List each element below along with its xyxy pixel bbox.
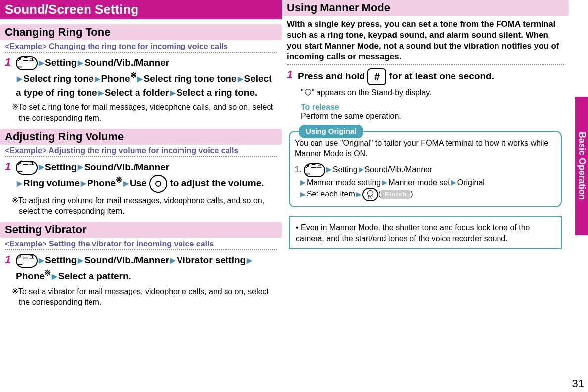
heading-ring-volume: Adjusting Ring Volume [0,129,282,145]
step-number: 1 [5,56,16,99]
txt: 1. [295,165,301,174]
txt: Select a ring tone. [177,87,258,98]
arrow-icon: ▶ [238,74,243,84]
txt: to adjust the volume. [170,178,264,188]
step-number: 1 [5,160,16,193]
txt: Sound/Vib./Manner [84,57,169,68]
arrow-icon: ▶ [170,88,176,98]
to-release-text: Perform the same operation. [301,112,564,121]
arrow-icon: ▶ [39,162,44,172]
txt: Sound/Vib./Manner [84,162,169,172]
txt: tone [217,73,236,84]
txt: Sound/Vib./Manner [365,165,433,174]
nav-circle-icon [149,175,167,193]
txt: Even in Manner Mode, the shutter tone an… [296,223,530,243]
heading-manner-mode: Using Manner Mode [282,0,569,16]
note-ring-volume: ※To adjust ring volume for mail messages… [19,196,277,217]
txt: for at least one second. [389,71,494,81]
step-body-ring-tone: メニュー▶Setting▶Sound/Vib./Manner ▶Select r… [16,56,277,99]
txt: Sound/Vib./Manner [84,255,169,265]
menu-icon: メニュー [304,163,325,177]
to-release-label: To release [301,103,564,112]
txt: Select a pattern. [58,271,131,281]
example-ring-volume: <Example> Adjusting the ring volume for … [5,147,277,155]
txt: Setting [45,162,77,172]
txt: Phone [16,271,45,281]
arrow-icon: ▶ [78,255,83,265]
arrow-icon: ▶ [170,255,176,265]
divider [5,156,277,157]
intro-manner-mode: With a single key press, you can set a t… [287,19,564,62]
heading-ring-tone: Changing Ring Tone [0,24,282,40]
section-title-sound-screen: Sound/Screen Setting [0,0,282,19]
side-tab-basic-operation: Basic Operation [575,97,588,235]
txt: Select ring tone [144,73,215,84]
example-ring-tone: <Example> Changing the ring tone for inc… [5,42,277,51]
example-vibrator: <Example> Setting the vibrator for incom… [5,240,277,248]
arrow-icon: ▶ [52,271,57,281]
arrow-icon: ▶ [98,88,104,98]
menu-icon: メニュー [16,56,38,70]
arrow-icon: ▶ [326,165,332,174]
txt: Phone [101,73,130,84]
standby-text: " " appears on the Stand-by display. [301,88,564,98]
arrow-icon: ▶ [17,178,22,188]
arrow-icon: ▶ [78,58,83,68]
heading-vibrator: Setting Vibrator [0,222,282,238]
finish-button: Finish [381,190,410,199]
txt: Use [130,178,147,188]
txt: Setting [333,165,358,174]
arrow-icon: ▶ [39,58,44,68]
note-ring-tone: ※To set a ring tone for mail messages, v… [19,102,277,123]
txt: " appears on the Stand-by display. [312,89,432,97]
arrow-icon: ▶ [451,178,456,187]
txt: Set each item [307,190,355,198]
txt: Select [105,87,133,98]
txt: Setting [45,255,77,265]
menu-icon: メニュー [16,254,38,268]
hash-key-icon: # [367,68,386,85]
txt: a folder [135,87,169,98]
arrow-icon: ▶ [137,74,143,84]
page-number: 31 [572,377,584,390]
arrow-icon: ▶ [95,74,100,84]
info-box: • Even in Manner Mode, the shutter tone … [289,216,562,249]
arrow-icon: ▶ [78,162,83,172]
step-body-manner: Press and hold # for at least one second… [298,68,494,85]
heart-icon [304,88,312,98]
txt: Press and hold [298,71,365,81]
txt: Phone [87,178,116,188]
arrow-icon: ▶ [247,255,252,265]
txt: Ring volume [23,178,80,188]
step-body-ring-volume: メニュー▶Setting▶Sound/Vib./Manner ▶Ring vol… [16,160,264,193]
arrow-icon: ▶ [300,178,306,187]
note-vibrator: ※To set a vibrator for mail messages, vi… [19,286,277,307]
divider [5,52,277,53]
txt: Vibrator setting [177,255,246,265]
arrow-icon: ▶ [300,190,306,199]
arrow-icon: ▶ [356,190,362,199]
step-number: 1 [5,253,16,283]
arrow-icon: ▶ [123,178,129,188]
using-original-box: Using Original You can use "Original" to… [289,131,562,207]
divider [287,64,564,65]
arrow-icon: ▶ [382,178,387,187]
arrow-icon: ▶ [39,255,44,265]
original-intro: You can use "Original" to tailor your FO… [295,138,556,159]
menu-icon: メニュー [16,161,38,175]
divider [5,249,277,250]
arrow-icon: ▶ [17,74,22,84]
arrow-icon: ▶ [81,178,86,188]
original-steps: 1. メニュー▶Setting▶Sound/Vib./Manner ▶Manne… [295,163,556,202]
arrow-icon: ▶ [359,165,364,174]
step-body-vibrator: メニュー▶Setting▶Sound/Vib./Manner▶Vibrator … [16,253,277,283]
step-number: 1 [287,68,298,85]
txt: Original [457,178,485,187]
txt: Setting [45,57,77,68]
txt: Select ring tone [23,73,94,84]
using-original-legend: Using Original [299,125,363,138]
txt: Manner mode setting [307,178,381,187]
txt: Manner mode set [388,178,450,187]
camera-tv-icon [362,188,378,201]
